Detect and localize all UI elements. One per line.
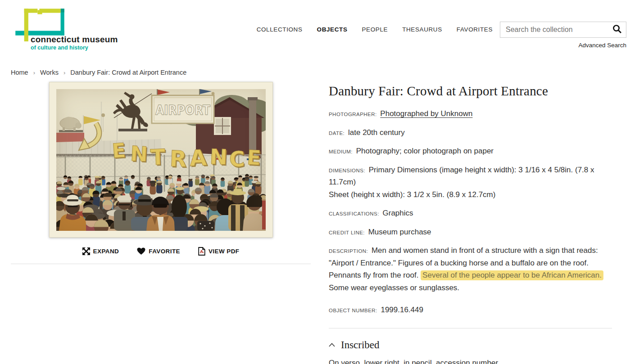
view-pdf-button[interactable]: VIEW PDF <box>198 247 239 256</box>
artwork-photo-illustration: AIRPORT <box>56 89 266 231</box>
vintage-tint <box>56 89 266 231</box>
inscribed-body: On verso, lower right, in pencil, access… <box>329 359 612 364</box>
museum-name: connecticut museum <box>31 35 131 44</box>
breadcrumb-works[interactable]: Works <box>40 69 59 76</box>
field-object-number: OBJECT NUMBER: 1999.16.449 <box>329 304 612 316</box>
breadcrumb-current: Danbury Fair: Crowd at Airport Entrance <box>70 69 186 76</box>
breadcrumb-separator: › <box>33 69 35 76</box>
artwork-photo[interactable]: AIRPORT <box>49 82 273 238</box>
left-column-divider <box>11 264 311 264</box>
field-credit-line: CREDIT LINE: Museum purchase <box>329 226 612 238</box>
highlighted-text: Several of the people appear to be Afric… <box>421 270 603 280</box>
section-divider <box>329 328 612 328</box>
pdf-icon <box>198 247 205 256</box>
breadcrumb-home[interactable]: Home <box>11 69 28 76</box>
object-details: Danbury Fair: Crowd at Airport Entrance … <box>311 82 630 364</box>
field-date: DATE: late 20th century <box>329 126 612 139</box>
advanced-search-link[interactable]: Advanced Search <box>500 42 626 49</box>
favorite-button[interactable]: FAVORITE <box>137 247 180 256</box>
artwork-actions: EXPAND FAVORITE VIEW PDF <box>11 247 311 256</box>
nav-thesaurus[interactable]: THESAURUS <box>402 26 442 33</box>
search-input[interactable] <box>500 22 626 37</box>
expand-button[interactable]: EXPAND <box>82 247 119 256</box>
photographer-link[interactable]: Photographed by Unknown <box>380 109 472 118</box>
museum-logo[interactable]: connecticut museum of culture and histor… <box>14 3 131 51</box>
artwork-media-column: AIRPORT <box>11 82 311 264</box>
nav-collections[interactable]: COLLECTIONS <box>257 26 303 33</box>
primary-nav: COLLECTIONS OBJECTS PEOPLE THESAURUS FAV… <box>257 26 493 33</box>
search-button[interactable] <box>611 24 623 36</box>
search-icon <box>612 24 622 34</box>
field-classifications: CLASSIFICATIONS: Graphics <box>329 207 612 220</box>
object-title: Danbury Fair: Crowd at Airport Entrance <box>329 84 612 99</box>
search-box <box>500 22 626 38</box>
site-header: connecticut museum of culture and histor… <box>0 0 630 51</box>
expand-icon <box>82 247 90 255</box>
field-photographer: PHOTOGRAPHER: Photographed by Unknown <box>329 108 612 120</box>
section-toggle-inscribed[interactable]: Inscribed <box>329 339 380 351</box>
field-description: DESCRIPTION: Men and women stand in fron… <box>329 244 612 294</box>
nav-people[interactable]: PEOPLE <box>362 26 388 33</box>
chevron-up-icon <box>329 343 335 347</box>
nav-objects[interactable]: OBJECTS <box>317 26 348 33</box>
heart-icon <box>137 247 145 255</box>
breadcrumb: Home › Works › Danbury Fair: Crowd at Ai… <box>11 69 630 76</box>
field-medium: MEDIUM: Photography; color photograph on… <box>329 145 612 157</box>
breadcrumb-separator: › <box>63 69 65 76</box>
museum-tagline: of culture and history <box>31 45 131 51</box>
nav-favorites[interactable]: FAVORITES <box>457 26 493 33</box>
field-dimensions: DIMENSIONS: Primary Dimensions (image he… <box>329 164 612 201</box>
